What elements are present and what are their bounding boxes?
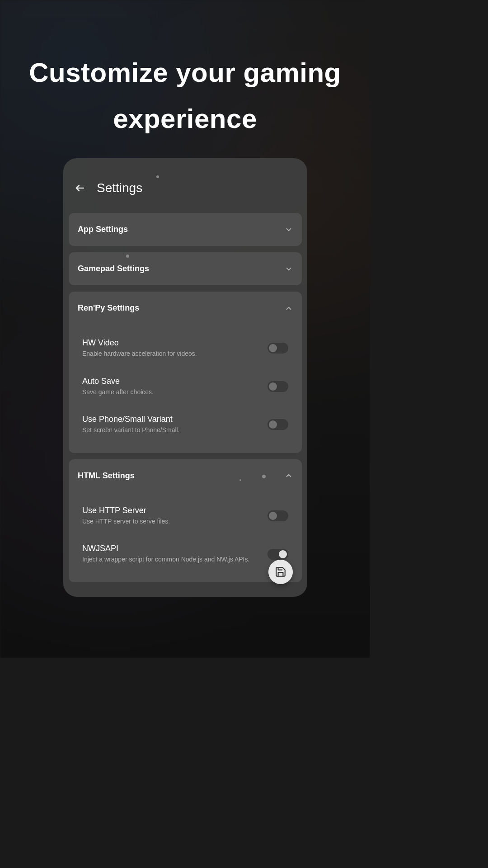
section-app-settings: App Settings	[69, 213, 302, 246]
decorative-dot	[239, 479, 241, 481]
toggle-knob	[269, 512, 277, 520]
setting-text: Use HTTP Server Use HTTP server to serve…	[82, 506, 267, 526]
section-header-gamepad[interactable]: Gamepad Settings	[69, 252, 302, 285]
section-title: Gamepad Settings	[78, 264, 149, 274]
setting-desc: Use HTTP server to serve files.	[82, 517, 258, 526]
setting-phone-variant: Use Phone/Small Variant Set screen varia…	[69, 406, 302, 444]
setting-hw-video: HW Video Enable hardware acceleration fo…	[69, 329, 302, 368]
toggle-knob	[269, 344, 277, 352]
setting-label: NWJSAPI	[82, 544, 258, 553]
promo-title: Customize your gaming experience	[0, 50, 370, 142]
toggle-knob	[279, 550, 287, 558]
toggle-hw-video[interactable]	[267, 343, 288, 354]
toggle-http-server[interactable]	[267, 510, 288, 521]
decorative-dot	[126, 255, 129, 258]
setting-text: HW Video Enable hardware acceleration fo…	[82, 338, 267, 359]
section-title: Ren'Py Settings	[78, 303, 139, 313]
section-title: App Settings	[78, 225, 128, 234]
decorative-dot	[156, 175, 159, 178]
setting-label: Auto Save	[82, 377, 258, 386]
panel-header: Settings	[63, 158, 307, 207]
section-body-html: Use HTTP Server Use HTTP server to serve…	[69, 492, 302, 582]
back-button[interactable]	[75, 183, 85, 193]
setting-desc: Save game after choices.	[82, 388, 258, 397]
section-gamepad-settings: Gamepad Settings	[69, 252, 302, 285]
section-renpy-settings: Ren'Py Settings HW Video Enable hardware…	[69, 292, 302, 453]
panel-title: Settings	[97, 181, 142, 195]
toggle-knob	[269, 382, 277, 391]
setting-text: NWJSAPI Inject a wrapper script for comm…	[82, 544, 267, 564]
setting-label: HW Video	[82, 338, 258, 348]
setting-auto-save: Auto Save Save game after choices.	[69, 368, 302, 406]
setting-desc: Inject a wrapper script for common Node.…	[82, 555, 258, 564]
setting-http-server: Use HTTP Server Use HTTP server to serve…	[69, 497, 302, 535]
toggle-phone-variant[interactable]	[267, 419, 288, 430]
chevron-down-icon	[285, 226, 293, 234]
section-header-app[interactable]: App Settings	[69, 213, 302, 246]
setting-label: Use Phone/Small Variant	[82, 415, 258, 424]
setting-text: Use Phone/Small Variant Set screen varia…	[82, 415, 267, 435]
setting-text: Auto Save Save game after choices.	[82, 377, 267, 397]
toggle-nwjsapi[interactable]	[267, 549, 288, 560]
setting-desc: Set screen variant to Phone/Small.	[82, 426, 258, 435]
setting-label: Use HTTP Server	[82, 506, 258, 515]
section-body-renpy: HW Video Enable hardware acceleration fo…	[69, 325, 302, 453]
save-icon	[275, 566, 286, 578]
toggle-auto-save[interactable]	[267, 381, 288, 392]
chevron-up-icon	[285, 472, 293, 480]
save-fab[interactable]	[268, 560, 293, 584]
section-title: HTML Settings	[78, 471, 135, 481]
settings-panel: Settings App Settings Gamepad Settings	[63, 158, 307, 597]
section-header-renpy[interactable]: Ren'Py Settings	[69, 292, 302, 325]
decorative-dot	[262, 475, 266, 478]
chevron-down-icon	[285, 265, 293, 273]
section-html-settings: HTML Settings Use HTTP Server Use HTTP s…	[69, 459, 302, 582]
setting-nwjsapi: NWJSAPI Inject a wrapper script for comm…	[69, 535, 302, 573]
toggle-knob	[269, 420, 277, 429]
chevron-up-icon	[285, 304, 293, 312]
setting-desc: Enable hardware acceleration for videos.	[82, 349, 258, 359]
section-header-html[interactable]: HTML Settings	[69, 459, 302, 492]
